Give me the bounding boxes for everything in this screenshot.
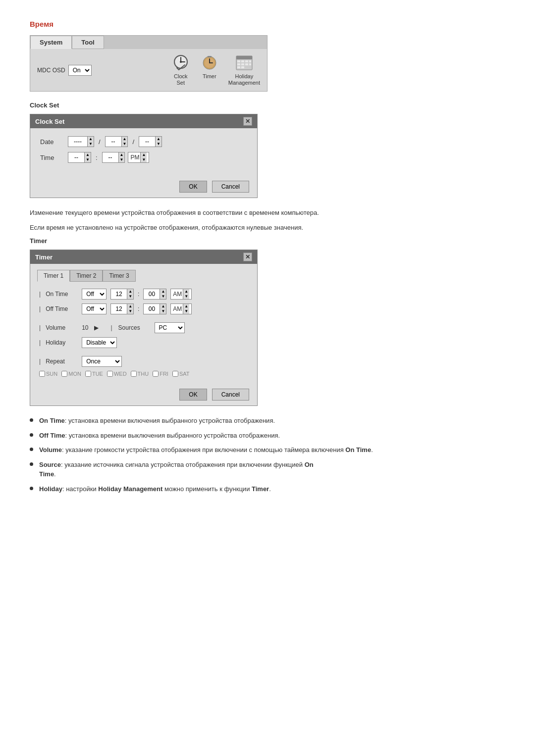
time-spin-2[interactable]: ▲ ▼	[102, 152, 125, 163]
bullet-source: Source: указание источника сигнала устро…	[30, 460, 505, 479]
day-sun-check[interactable]	[39, 371, 45, 377]
off-ampm-down[interactable]: ▼	[183, 309, 189, 314]
tab-tool[interactable]: Tool	[72, 36, 104, 49]
on-min-down[interactable]: ▼	[160, 294, 166, 299]
timer-close-button[interactable]: ✕	[243, 252, 252, 261]
on-ampm-value: AM	[173, 291, 182, 298]
off-time-select[interactable]: Off On	[82, 303, 107, 314]
off-min-input[interactable]	[144, 305, 160, 312]
date-spin-up-1[interactable]: ▲	[88, 137, 94, 142]
time-label: Time	[40, 154, 65, 161]
date-spin-2[interactable]: ▲ ▼	[105, 136, 128, 147]
timer-label: Timer	[203, 73, 216, 79]
ampm-box[interactable]: PM ▲ ▼	[128, 152, 149, 163]
off-ampm-box[interactable]: AM ▲ ▼	[170, 303, 192, 314]
holiday-icon-item[interactable]: HolidayManagement	[228, 54, 260, 86]
time-input-min[interactable]	[103, 154, 118, 161]
on-hour-up[interactable]: ▲	[127, 289, 133, 294]
tab-system[interactable]: System	[30, 36, 72, 49]
off-time-row: | Off Time Off On ▲ ▼ : ▲ ▼	[39, 303, 248, 314]
date-spin-3[interactable]: ▲ ▼	[139, 136, 162, 147]
off-hour-spin[interactable]: ▲ ▼	[110, 303, 134, 314]
day-sun: SUN	[39, 371, 57, 377]
timer-tab-1[interactable]: Timer 1	[37, 270, 70, 282]
off-ampm-up[interactable]: ▲	[183, 304, 189, 309]
on-ampm-up[interactable]: ▲	[183, 289, 189, 294]
day-thu-check[interactable]	[131, 371, 137, 377]
on-time-label: On Time	[46, 291, 78, 298]
off-hour-down[interactable]: ▼	[127, 309, 133, 314]
date-input-1[interactable]	[68, 138, 87, 145]
day-mon-label: MON	[68, 371, 81, 377]
day-sat-check[interactable]	[172, 371, 178, 377]
day-mon: MON	[61, 371, 81, 377]
day-thu: THU	[131, 371, 149, 377]
repeat-row: | Repeat Once Everyday Mon~Fri Mon~Sat S…	[39, 356, 248, 367]
date-spin-down-1[interactable]: ▼	[88, 142, 94, 147]
date-spin-1[interactable]: ▲ ▼	[68, 136, 94, 147]
day-tue-label: TUE	[92, 371, 103, 377]
on-ampm-down[interactable]: ▼	[183, 294, 189, 299]
date-spin-down-2[interactable]: ▼	[122, 142, 128, 147]
sources-row: | Sources PC HDMI	[110, 322, 184, 333]
date-spin-up-2[interactable]: ▲	[122, 137, 128, 142]
date-input-3[interactable]	[139, 138, 155, 145]
on-hour-input[interactable]	[111, 291, 127, 298]
time-input-hour[interactable]	[68, 154, 84, 161]
volume-row: | Volume 10 ▶	[39, 322, 99, 333]
bullet-dot-5	[30, 487, 33, 490]
clock-icon	[171, 54, 191, 72]
date-spin-up-3[interactable]: ▲	[156, 137, 161, 142]
time-spin-1[interactable]: ▲ ▼	[68, 152, 91, 163]
time-spin-up-hour[interactable]: ▲	[85, 152, 91, 157]
ampm-up[interactable]: ▲	[141, 152, 147, 157]
off-hour-up[interactable]: ▲	[127, 304, 133, 309]
clock-set-icon-item[interactable]: ClockSet	[171, 54, 191, 86]
clock-desc-1: Изменение текущего времени устройства от…	[30, 208, 505, 218]
clock-cancel-button[interactable]: Cancel	[212, 181, 249, 193]
on-hour-down[interactable]: ▼	[127, 294, 133, 299]
timer-ok-button[interactable]: OK	[179, 389, 207, 401]
date-input-2[interactable]	[106, 138, 121, 145]
timer-icon-item[interactable]: Timer	[200, 54, 219, 86]
clock-set-close-button[interactable]: ✕	[243, 117, 252, 126]
bullet-on-time: On Time: установка времени включения выб…	[30, 416, 505, 426]
on-min-input[interactable]	[144, 291, 160, 298]
sources-select[interactable]: PC HDMI	[155, 322, 185, 333]
on-hour-spin[interactable]: ▲ ▼	[110, 289, 134, 300]
volume-arrow-right[interactable]: ▶	[94, 324, 99, 331]
holiday-select[interactable]: Disable Enable	[82, 337, 117, 348]
time-spin-down-min[interactable]: ▼	[119, 157, 125, 162]
on-min-up[interactable]: ▲	[160, 289, 166, 294]
timer-cancel-button[interactable]: Cancel	[212, 389, 249, 401]
day-tue-check[interactable]	[85, 371, 91, 377]
off-min-down[interactable]: ▼	[160, 309, 166, 314]
ampm-down[interactable]: ▼	[141, 157, 147, 162]
timer-tab-3[interactable]: Timer 3	[103, 270, 135, 282]
timer-tab-2[interactable]: Timer 2	[70, 270, 103, 282]
svg-rect-12	[236, 56, 252, 59]
day-fri-check[interactable]	[153, 371, 159, 377]
on-ampm-box[interactable]: AM ▲ ▼	[170, 289, 192, 300]
svg-point-4	[180, 61, 182, 63]
day-mon-check[interactable]	[61, 371, 67, 377]
on-min-spin[interactable]: ▲ ▼	[143, 289, 166, 300]
repeat-select[interactable]: Once Everyday Mon~Fri Mon~Sat Sat~Sun Ma…	[82, 356, 122, 367]
day-wed-check[interactable]	[107, 371, 113, 377]
mdc-osd-select[interactable]: On Off	[68, 65, 92, 76]
day-sun-label: SUN	[46, 371, 57, 377]
time-spin-up-min[interactable]: ▲	[119, 152, 125, 157]
svg-rect-20	[249, 63, 251, 65]
date-spin-down-3[interactable]: ▼	[156, 142, 161, 147]
bullet-dot-3	[30, 448, 33, 451]
off-min-up[interactable]: ▲	[160, 304, 166, 309]
tool-icons: ClockSet Timer	[171, 54, 260, 86]
off-hour-input[interactable]	[111, 305, 127, 312]
off-min-spin[interactable]: ▲ ▼	[143, 303, 166, 314]
date-row: Date ▲ ▼ / ▲ ▼ / ▲ ▼	[40, 136, 247, 147]
on-time-select[interactable]: Off On	[82, 289, 107, 300]
time-spin-down-hour[interactable]: ▼	[85, 157, 91, 162]
clock-ok-button[interactable]: OK	[179, 181, 207, 193]
clock-set-label: ClockSet	[174, 73, 188, 86]
svg-rect-19	[245, 63, 248, 65]
